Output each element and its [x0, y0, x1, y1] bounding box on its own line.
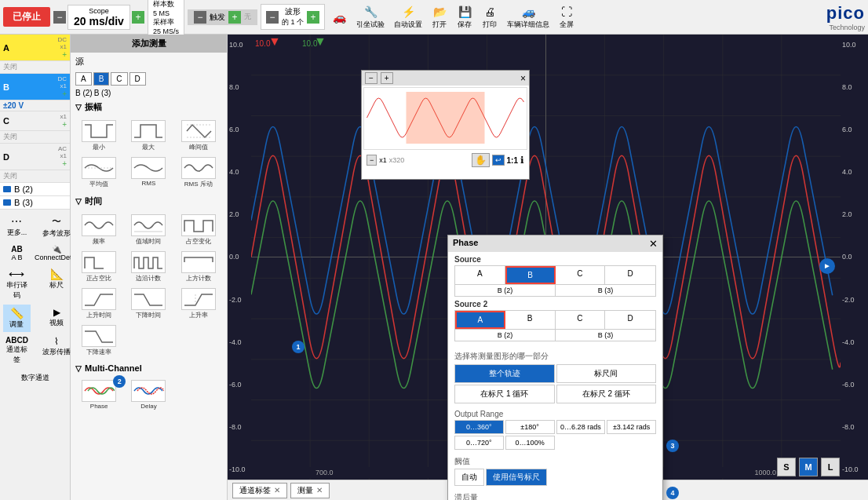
- fullscreen-button[interactable]: ⛶ 全屏: [556, 2, 578, 31]
- channel-a-x: x1: [60, 43, 67, 50]
- ab-button[interactable]: AB A B: [3, 243, 31, 264]
- source2-c-cell[interactable]: C: [556, 311, 606, 329]
- range-pi-btn[interactable]: ±3.142 rads: [607, 420, 656, 434]
- stop-button[interactable]: 已停止: [3, 7, 50, 27]
- measure-close-icon[interactable]: ✕: [316, 486, 323, 495]
- multi-channel-header[interactable]: ▽ Multi-Channel: [71, 361, 227, 375]
- auto-peak-btn[interactable]: 自动: [454, 469, 484, 486]
- channel-label-tab[interactable]: 通道标签 ✕: [232, 483, 287, 498]
- size-s-button[interactable]: S: [777, 458, 796, 476]
- range-0-360-btn[interactable]: 0…360°: [454, 420, 504, 434]
- channel-d-item[interactable]: D AC x1 +: [0, 144, 70, 170]
- meas-fall[interactable]: 下降时间: [125, 286, 172, 321]
- digital-button[interactable]: 数字通道: [0, 370, 70, 385]
- range-180-btn[interactable]: ±180°: [505, 420, 555, 434]
- src-tab-b[interactable]: B: [93, 72, 110, 86]
- freq-label: 频率: [93, 237, 105, 246]
- meas-period[interactable]: 值域时间: [125, 213, 172, 247]
- source-d-cell[interactable]: D: [605, 266, 655, 284]
- meas-rms[interactable]: RMS: [125, 155, 172, 190]
- trigger-plus-button[interactable]: +: [228, 11, 241, 24]
- auto-set-button[interactable]: ⚡ 自动设置: [391, 2, 425, 31]
- size-m-button[interactable]: M: [799, 458, 818, 476]
- channel-b3-item[interactable]: B (3): [0, 196, 70, 210]
- src-tab-c[interactable]: C: [111, 72, 127, 86]
- channel-label-close-icon[interactable]: ✕: [274, 486, 280, 495]
- zoom-plus-btn[interactable]: +: [381, 72, 393, 84]
- size-l-button[interactable]: L: [821, 458, 840, 476]
- measure-tab[interactable]: 测量 ✕: [290, 483, 330, 498]
- open-button[interactable]: 📂 打开: [429, 2, 450, 31]
- meas-edge-count[interactable]: 边沿计数: [125, 250, 172, 284]
- phase-popup-close[interactable]: ✕: [649, 238, 658, 250]
- channel-a-plus[interactable]: +: [62, 50, 67, 59]
- more-icon: ⋯: [11, 215, 22, 228]
- src-tab-a[interactable]: A: [75, 72, 92, 86]
- channel-b2-item[interactable]: B (2): [0, 183, 70, 196]
- channel-a-dc: DC: [57, 36, 67, 43]
- measure-button[interactable]: 📏 调量: [3, 305, 31, 332]
- waveform-minus-button[interactable]: −: [266, 11, 279, 24]
- meas-pos-cycle[interactable]: 正占空比: [75, 250, 122, 284]
- print-button[interactable]: 🖨 打印: [479, 2, 501, 31]
- trigger-minus-button[interactable]: −: [194, 11, 206, 24]
- range-628-btn[interactable]: 0…6.28 rads: [556, 420, 606, 434]
- source2-b-cell[interactable]: B: [505, 311, 556, 329]
- zoom-minus-btn[interactable]: −: [365, 72, 377, 84]
- channel-c-item[interactable]: C x1 +: [0, 111, 70, 131]
- source2-a-cell[interactable]: A: [455, 311, 505, 329]
- source-b2-cell[interactable]: B (2): [455, 285, 556, 296]
- range-100-btn[interactable]: 0…100%: [505, 436, 555, 450]
- zoom-popup: − + × − x1 x320: [361, 70, 530, 180]
- source-b3-cell[interactable]: B (3): [556, 285, 655, 296]
- abcd-button[interactable]: ABCD 通道标签: [3, 334, 31, 367]
- scope-plus-button[interactable]: +: [132, 11, 144, 24]
- amplitude-section-header[interactable]: ▽ 振幅: [71, 99, 227, 115]
- channel-b-plus[interactable]: +: [62, 89, 67, 98]
- cycle1-btn[interactable]: 在标尺 1 循环: [454, 385, 555, 403]
- test-button[interactable]: 🔧 引坐试验: [353, 2, 388, 31]
- meas-duty[interactable]: 占空变化: [175, 213, 222, 247]
- scope-minus-button[interactable]: −: [53, 11, 66, 24]
- meas-rms-moving[interactable]: RMS 斥动: [175, 155, 222, 190]
- meas-upper-count[interactable]: 上方计数: [175, 250, 222, 284]
- whole-track-btn[interactable]: 整个轨迹: [454, 364, 555, 383]
- more-tool-button[interactable]: ⋯ 更多...: [3, 213, 31, 241]
- channel-a-item[interactable]: A DC x1 +: [0, 35, 70, 61]
- meas-avg[interactable]: 平均值: [75, 155, 122, 190]
- meas-slew[interactable]: 上升率: [175, 286, 222, 321]
- src-tab-d[interactable]: D: [129, 72, 146, 86]
- meas-rise[interactable]: 上升时间: [75, 286, 122, 321]
- zoom-close-btn[interactable]: ×: [520, 72, 526, 84]
- source2-d-cell[interactable]: D: [605, 311, 655, 329]
- meas-max[interactable]: 最大: [125, 119, 172, 153]
- source-b-cell[interactable]: B: [505, 266, 556, 284]
- channel-d-plus[interactable]: +: [62, 159, 67, 168]
- car-info-button[interactable]: 🚙 车辆详细信息: [504, 2, 553, 31]
- waveform-plus-button[interactable]: +: [307, 11, 319, 24]
- save-label: 保存: [458, 20, 472, 30]
- zoom-x1-minus[interactable]: −: [367, 155, 377, 166]
- meas-peak[interactable]: 峰间值: [175, 119, 222, 153]
- use-ruler-btn[interactable]: 使用信号标尺: [486, 469, 547, 486]
- meas-min[interactable]: 最小: [75, 119, 122, 153]
- cycle2-btn[interactable]: 在标尺 2 循环: [556, 385, 657, 403]
- ruler-range-btn[interactable]: 标尺间: [556, 364, 657, 383]
- meas-freq[interactable]: 频率: [75, 213, 122, 247]
- source-c-cell[interactable]: C: [556, 266, 606, 284]
- zoom-back-button[interactable]: ↩: [492, 155, 505, 166]
- source-a-cell[interactable]: A: [455, 266, 505, 284]
- phase-meas-item[interactable]: Phase 2: [75, 378, 122, 411]
- channel-c-plus[interactable]: +: [62, 120, 67, 129]
- serial-button[interactable]: ⟷ 串行译码: [3, 265, 31, 303]
- zoom-info-button[interactable]: ℹ: [520, 155, 524, 166]
- source2-b3-cell[interactable]: B (3): [556, 330, 655, 341]
- channel-b-item[interactable]: B DC x1 +: [0, 74, 70, 100]
- save-button[interactable]: 💾 保存: [454, 2, 476, 31]
- meas-delay-rate[interactable]: 下降速率: [75, 323, 122, 358]
- range-720-btn[interactable]: 0…720°: [454, 436, 504, 450]
- source2-b2-cell[interactable]: B (2): [455, 330, 556, 341]
- delay-meas-item[interactable]: Delay: [125, 378, 172, 411]
- time-section-header[interactable]: ▽ 时间: [71, 193, 227, 210]
- zoom-hand-button[interactable]: ✋: [472, 153, 490, 167]
